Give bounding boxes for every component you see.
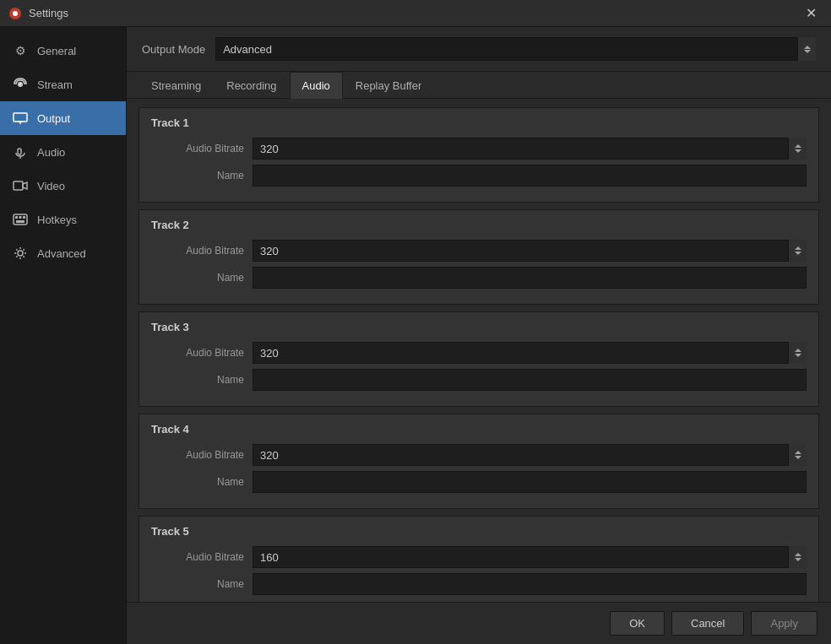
track-5-title: Track 5 [151, 525, 807, 538]
output-mode-label: Output Mode [142, 43, 205, 56]
track-3-bitrate-row: Audio Bitrate 320 [151, 342, 807, 364]
main-layout: ⚙ General Stream [0, 27, 831, 644]
sidebar-label-hotkeys: Hotkeys [37, 214, 77, 226]
svg-point-14 [18, 251, 23, 256]
track-4-name-row: Name [151, 471, 807, 493]
track-2-spinbox-arrows[interactable] [788, 240, 807, 262]
sidebar: ⚙ General Stream [0, 27, 127, 644]
track-5-bitrate-spinbox: 160 [253, 546, 807, 568]
track-1-title: Track 1 [151, 116, 807, 129]
sidebar-item-advanced[interactable]: Advanced [0, 236, 126, 270]
hotkeys-icon [12, 211, 29, 228]
advanced-icon [12, 245, 29, 262]
track-2-bitrate-spinbox: 320 [253, 240, 807, 262]
track-3-bitrate-input[interactable]: 320 [253, 342, 807, 364]
track-5-arrow-up [795, 553, 801, 556]
output-mode-select[interactable]: Simple Advanced [215, 37, 816, 61]
track-4-bitrate-row: Audio Bitrate 320 [151, 444, 807, 466]
track-1-block: Track 1 Audio Bitrate 320 Name [138, 107, 819, 203]
video-icon [12, 177, 29, 194]
track-4-bitrate-label: Audio Bitrate [151, 449, 253, 461]
app-icon [8, 7, 22, 20]
svg-rect-3 [14, 113, 27, 122]
track-3-arrow-down [795, 354, 801, 357]
audio-icon [12, 143, 29, 160]
track-4-name-input[interactable] [253, 471, 807, 493]
track-2-title: Track 2 [151, 219, 807, 231]
sidebar-label-advanced: Advanced [37, 247, 86, 260]
track-2-bitrate-label: Audio Bitrate [151, 245, 253, 257]
svg-point-2 [18, 82, 23, 87]
track-2-name-input[interactable] [253, 267, 807, 289]
track-4-spinbox-arrows[interactable] [788, 444, 807, 466]
sidebar-item-video[interactable]: Video [0, 169, 126, 203]
track-4-arrow-down [795, 456, 801, 459]
track-5-name-label: Name [151, 578, 253, 590]
sidebar-item-output[interactable]: Output [0, 101, 126, 135]
close-button[interactable]: ✕ [799, 2, 823, 25]
track-5-arrow-down [795, 558, 801, 561]
svg-rect-13 [16, 220, 24, 223]
track-3-bitrate-spinbox: 320 [253, 342, 807, 364]
tracks-area: Track 1 Audio Bitrate 320 Name [127, 99, 831, 602]
title-bar: Settings ✕ [0, 0, 831, 27]
svg-point-1 [13, 11, 18, 16]
track-1-name-row: Name [151, 165, 807, 187]
sidebar-label-stream: Stream [37, 78, 73, 91]
sidebar-label-video: Video [37, 180, 65, 192]
track-2-name-row: Name [151, 267, 807, 289]
sidebar-item-stream[interactable]: Stream [0, 68, 126, 101]
sidebar-item-audio[interactable]: Audio [0, 135, 126, 169]
svg-rect-9 [14, 214, 27, 225]
track-1-bitrate-label: Audio Bitrate [151, 143, 253, 154]
track-3-spinbox-arrows[interactable] [788, 342, 807, 364]
track-4-arrow-up [795, 451, 801, 454]
title-bar-left: Settings [8, 7, 68, 20]
output-icon [12, 110, 29, 127]
tab-replay-buffer[interactable]: Replay Buffer [343, 72, 435, 99]
track-1-bitrate-spinbox: 320 [253, 138, 807, 160]
tab-audio[interactable]: Audio [290, 72, 343, 99]
track-2-arrow-down [795, 252, 801, 255]
track-5-bitrate-label: Audio Bitrate [151, 551, 253, 563]
track-5-name-row: Name [151, 573, 807, 595]
track-1-spinbox-arrows[interactable] [788, 138, 807, 160]
bottom-bar: OK Cancel Apply [127, 602, 831, 644]
track-5-name-input[interactable] [253, 573, 807, 595]
track-1-bitrate-input[interactable]: 320 [253, 138, 807, 160]
track-4-bitrate-input[interactable]: 320 [253, 444, 807, 466]
svg-rect-11 [19, 216, 22, 219]
sidebar-item-general[interactable]: ⚙ General [0, 34, 126, 68]
gear-icon: ⚙ [12, 42, 29, 59]
track-5-spinbox-arrows[interactable] [788, 546, 807, 568]
track-4-name-label: Name [151, 476, 253, 488]
track-1-name-input[interactable] [253, 165, 807, 187]
sidebar-label-output: Output [37, 112, 70, 125]
track-1-arrow-up [795, 144, 801, 148]
track-4-block: Track 4 Audio Bitrate 320 Name [138, 414, 819, 509]
apply-button[interactable]: Apply [751, 611, 817, 636]
track-2-bitrate-row: Audio Bitrate 320 [151, 240, 807, 262]
cancel-button[interactable]: Cancel [671, 611, 744, 636]
track-5-bitrate-row: Audio Bitrate 160 [151, 546, 807, 568]
svg-rect-12 [23, 216, 25, 219]
sidebar-item-hotkeys[interactable]: Hotkeys [0, 203, 126, 236]
track-1-name-label: Name [151, 170, 253, 181]
track-2-bitrate-input[interactable]: 320 [253, 240, 807, 262]
track-3-name-input[interactable] [253, 369, 807, 391]
track-3-name-label: Name [151, 374, 253, 386]
track-3-arrow-up [795, 349, 801, 352]
track-5-bitrate-input[interactable]: 160 [253, 546, 807, 568]
tab-streaming[interactable]: Streaming [138, 72, 214, 99]
sidebar-label-audio: Audio [37, 146, 65, 159]
sidebar-label-general: General [37, 45, 76, 57]
tab-recording[interactable]: Recording [214, 72, 289, 99]
window-title: Settings [29, 7, 68, 19]
ok-button[interactable]: OK [610, 611, 665, 636]
track-3-name-row: Name [151, 369, 807, 391]
track-1-arrow-down [795, 149, 801, 153]
output-mode-row: Output Mode Simple Advanced [127, 27, 831, 72]
output-mode-select-wrapper: Simple Advanced [215, 37, 816, 61]
svg-rect-6 [18, 149, 21, 154]
track-2-block: Track 2 Audio Bitrate 320 Name [138, 209, 819, 305]
